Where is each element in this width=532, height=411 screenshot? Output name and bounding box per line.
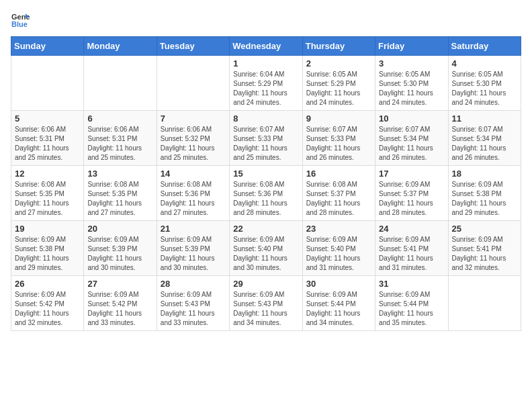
day-number: 16 [306,169,371,179]
day-info: Sunrise: 6:08 AM Sunset: 5:36 PM Dayligh… [233,180,298,218]
day-info: Sunrise: 6:07 AM Sunset: 5:34 PM Dayligh… [452,125,517,163]
day-number: 30 [306,279,371,289]
day-info: Sunrise: 6:06 AM Sunset: 5:31 PM Dayligh… [15,125,80,163]
calendar-header-row: SundayMondayTuesdayWednesdayThursdayFrid… [11,37,521,56]
week-row-4: 19Sunrise: 6:09 AM Sunset: 5:38 PM Dayli… [11,221,521,276]
day-number: 15 [233,169,298,179]
day-number: 12 [15,169,80,179]
day-cell: 14Sunrise: 6:08 AM Sunset: 5:36 PM Dayli… [157,166,229,221]
day-info: Sunrise: 6:09 AM Sunset: 5:43 PM Dayligh… [161,290,226,328]
day-info: Sunrise: 6:07 AM Sunset: 5:34 PM Dayligh… [379,125,444,163]
day-cell: 24Sunrise: 6:09 AM Sunset: 5:41 PM Dayli… [375,221,448,276]
day-cell: 6Sunrise: 6:06 AM Sunset: 5:31 PM Daylig… [84,111,157,166]
day-cell: 31Sunrise: 6:09 AM Sunset: 5:44 PM Dayli… [375,276,448,331]
week-row-2: 5Sunrise: 6:06 AM Sunset: 5:31 PM Daylig… [11,111,521,166]
day-number: 2 [306,58,371,68]
day-cell [448,276,521,331]
day-info: Sunrise: 6:09 AM Sunset: 5:41 PM Dayligh… [452,235,517,273]
day-number: 10 [379,113,444,124]
day-cell: 22Sunrise: 6:09 AM Sunset: 5:40 PM Dayli… [230,221,302,276]
day-info: Sunrise: 6:05 AM Sunset: 5:29 PM Dayligh… [306,70,371,107]
svg-text:Blue: Blue [11,20,28,28]
day-number: 19 [15,224,80,234]
day-cell: 4Sunrise: 6:05 AM Sunset: 5:30 PM Daylig… [448,56,521,111]
day-info: Sunrise: 6:07 AM Sunset: 5:33 PM Dayligh… [306,125,371,163]
day-number: 14 [161,169,226,179]
day-cell: 17Sunrise: 6:09 AM Sunset: 5:37 PM Dayli… [375,166,448,221]
day-info: Sunrise: 6:09 AM Sunset: 5:39 PM Dayligh… [161,235,226,273]
calendar-body: 1Sunrise: 6:04 AM Sunset: 5:29 PM Daylig… [11,56,521,331]
header-friday: Friday [375,37,448,56]
day-info: Sunrise: 6:09 AM Sunset: 5:44 PM Dayligh… [379,290,444,328]
header-thursday: Thursday [302,37,375,56]
week-row-5: 26Sunrise: 6:09 AM Sunset: 5:42 PM Dayli… [11,276,521,331]
logo-icon: General Blue [11,11,30,30]
day-number: 24 [379,224,444,234]
day-cell: 8Sunrise: 6:07 AM Sunset: 5:33 PM Daylig… [230,111,302,166]
day-number: 1 [233,58,298,68]
day-info: Sunrise: 6:09 AM Sunset: 5:40 PM Dayligh… [233,235,298,273]
day-info: Sunrise: 6:05 AM Sunset: 5:30 PM Dayligh… [379,70,444,107]
day-number: 6 [87,113,152,124]
day-cell [157,56,229,111]
day-info: Sunrise: 6:09 AM Sunset: 5:37 PM Dayligh… [379,180,444,218]
day-info: Sunrise: 6:05 AM Sunset: 5:30 PM Dayligh… [452,70,517,107]
day-info: Sunrise: 6:09 AM Sunset: 5:43 PM Dayligh… [233,290,298,328]
day-info: Sunrise: 6:08 AM Sunset: 5:37 PM Dayligh… [306,180,371,218]
day-number: 4 [452,58,517,68]
day-cell: 18Sunrise: 6:09 AM Sunset: 5:38 PM Dayli… [448,166,521,221]
day-cell: 10Sunrise: 6:07 AM Sunset: 5:34 PM Dayli… [375,111,448,166]
day-number: 13 [87,169,152,179]
day-info: Sunrise: 6:09 AM Sunset: 5:40 PM Dayligh… [306,235,371,273]
day-cell: 13Sunrise: 6:08 AM Sunset: 5:35 PM Dayli… [84,166,157,221]
day-cell: 7Sunrise: 6:06 AM Sunset: 5:32 PM Daylig… [157,111,229,166]
day-cell: 29Sunrise: 6:09 AM Sunset: 5:43 PM Dayli… [230,276,302,331]
header-tuesday: Tuesday [157,37,229,56]
day-cell: 3Sunrise: 6:05 AM Sunset: 5:30 PM Daylig… [375,56,448,111]
day-info: Sunrise: 6:06 AM Sunset: 5:32 PM Dayligh… [161,125,226,163]
calendar-table: SundayMondayTuesdayWednesdayThursdayFrid… [11,36,521,331]
day-number: 21 [161,224,226,234]
day-number: 26 [15,279,80,289]
day-number: 9 [306,113,371,124]
day-cell: 25Sunrise: 6:09 AM Sunset: 5:41 PM Dayli… [448,221,521,276]
day-number: 27 [87,279,152,289]
day-number: 8 [233,113,298,124]
day-cell: 30Sunrise: 6:09 AM Sunset: 5:44 PM Dayli… [302,276,375,331]
week-row-3: 12Sunrise: 6:08 AM Sunset: 5:35 PM Dayli… [11,166,521,221]
day-info: Sunrise: 6:09 AM Sunset: 5:42 PM Dayligh… [15,290,80,328]
logo: General Blue [11,11,32,30]
day-info: Sunrise: 6:09 AM Sunset: 5:42 PM Dayligh… [87,290,152,328]
day-number: 22 [233,224,298,234]
header-wednesday: Wednesday [230,37,302,56]
day-number: 28 [161,279,226,289]
day-number: 17 [379,169,444,179]
day-cell: 26Sunrise: 6:09 AM Sunset: 5:42 PM Dayli… [11,276,84,331]
day-number: 25 [452,224,517,234]
day-info: Sunrise: 6:06 AM Sunset: 5:31 PM Dayligh… [87,125,152,163]
day-cell: 12Sunrise: 6:08 AM Sunset: 5:35 PM Dayli… [11,166,84,221]
day-cell: 11Sunrise: 6:07 AM Sunset: 5:34 PM Dayli… [448,111,521,166]
day-info: Sunrise: 6:08 AM Sunset: 5:35 PM Dayligh… [87,180,152,218]
day-number: 7 [161,113,226,124]
day-number: 5 [15,113,80,124]
day-cell: 5Sunrise: 6:06 AM Sunset: 5:31 PM Daylig… [11,111,84,166]
header-sunday: Sunday [11,37,84,56]
day-info: Sunrise: 6:09 AM Sunset: 5:38 PM Dayligh… [15,235,80,273]
day-info: Sunrise: 6:07 AM Sunset: 5:33 PM Dayligh… [233,125,298,163]
day-cell [84,56,157,111]
day-info: Sunrise: 6:09 AM Sunset: 5:44 PM Dayligh… [306,290,371,328]
day-info: Sunrise: 6:08 AM Sunset: 5:35 PM Dayligh… [15,180,80,218]
day-cell: 16Sunrise: 6:08 AM Sunset: 5:37 PM Dayli… [302,166,375,221]
day-cell: 9Sunrise: 6:07 AM Sunset: 5:33 PM Daylig… [302,111,375,166]
day-cell: 23Sunrise: 6:09 AM Sunset: 5:40 PM Dayli… [302,221,375,276]
day-number: 20 [87,224,152,234]
day-number: 3 [379,58,444,68]
header-saturday: Saturday [448,37,521,56]
day-info: Sunrise: 6:09 AM Sunset: 5:41 PM Dayligh… [379,235,444,273]
day-number: 29 [233,279,298,289]
day-cell: 1Sunrise: 6:04 AM Sunset: 5:29 PM Daylig… [230,56,302,111]
day-cell: 27Sunrise: 6:09 AM Sunset: 5:42 PM Dayli… [84,276,157,331]
day-cell: 28Sunrise: 6:09 AM Sunset: 5:43 PM Dayli… [157,276,229,331]
day-cell: 20Sunrise: 6:09 AM Sunset: 5:39 PM Dayli… [84,221,157,276]
